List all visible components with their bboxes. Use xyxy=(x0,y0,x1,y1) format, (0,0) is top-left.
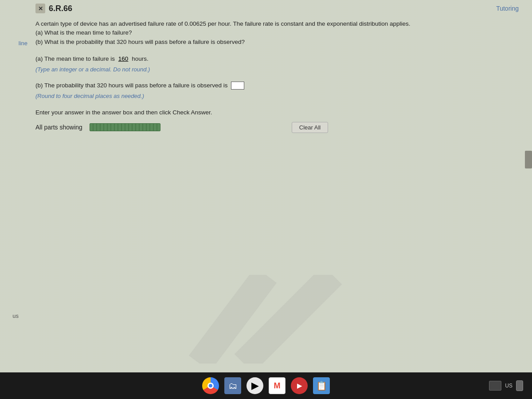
taskbar-gmail-icon[interactable]: M xyxy=(269,377,286,394)
part-a-line: (a) The mean time to failure is 160 hour… xyxy=(35,55,523,63)
part-a-hint: (Type an integer or a decimal. Do not ro… xyxy=(35,65,523,74)
part-b-input[interactable] xyxy=(231,82,244,90)
problem-content: A certain type of device has an advertis… xyxy=(0,15,532,137)
part-b-question: (b) What is the probability that 320 hou… xyxy=(35,39,245,45)
taskbar-files-icon[interactable]: 🗂 xyxy=(224,377,241,394)
taskbar-screenshot-btn[interactable] xyxy=(489,381,501,391)
instructions-text: Enter your answer in the answer box and … xyxy=(35,108,523,117)
tutoring-link[interactable]: Tutoring xyxy=(496,5,519,12)
taskbar-play-icon[interactable]: ▶ xyxy=(246,377,263,394)
part-b-answer: (b) The probability that 320 hours will … xyxy=(35,81,523,101)
problem-description: A certain type of device has an advertis… xyxy=(35,20,523,47)
all-parts-label: All parts showing xyxy=(35,123,82,132)
taskbar-us-label: US xyxy=(505,383,512,389)
clear-all-button[interactable]: Clear All xyxy=(292,122,328,133)
watermark-decoration xyxy=(177,275,355,364)
sidebar-line-label: line xyxy=(0,40,31,47)
taskbar: 🗂 ▶ M ▶ 📋 US xyxy=(0,372,532,399)
part-a-value: 160 xyxy=(118,55,129,62)
taskbar-photos-icon[interactable]: ▶ xyxy=(291,377,308,394)
header: ✕ 6.R.66 Tutoring xyxy=(0,0,532,15)
part-b-line: (b) The probability that 320 hours will … xyxy=(35,81,523,90)
sidebar-bottom-label: us xyxy=(0,313,22,319)
description-text: A certain type of device has an advertis… xyxy=(35,20,411,27)
x-symbol: ✕ xyxy=(38,5,43,12)
part-a-answer: (a) The mean time to failure is 160 hour… xyxy=(35,55,523,74)
parts-row: All parts showing Clear All xyxy=(35,122,523,133)
problem-title: ✕ 6.R.66 xyxy=(35,4,72,13)
taskbar-chrome-icon[interactable] xyxy=(202,377,219,394)
part-a-prefix: (a) The mean time to failure is xyxy=(35,55,115,62)
part-b-prefix: (b) The probability that 320 hours will … xyxy=(35,82,227,89)
progress-bar xyxy=(90,123,160,131)
x-icon: ✕ xyxy=(35,4,45,13)
taskbar-phone-icon xyxy=(516,380,523,391)
taskbar-right: US xyxy=(489,380,523,391)
taskbar-docs-icon[interactable]: 📋 xyxy=(313,377,330,394)
scroll-indicator[interactable] xyxy=(525,151,532,168)
part-b-hint: (Round to four decimal places as needed.… xyxy=(35,92,523,101)
part-a-suffix: hours. xyxy=(132,55,149,62)
problem-id: 6.R.66 xyxy=(49,4,72,13)
part-a-question: (a) What is the mean time to failure? xyxy=(35,29,132,36)
